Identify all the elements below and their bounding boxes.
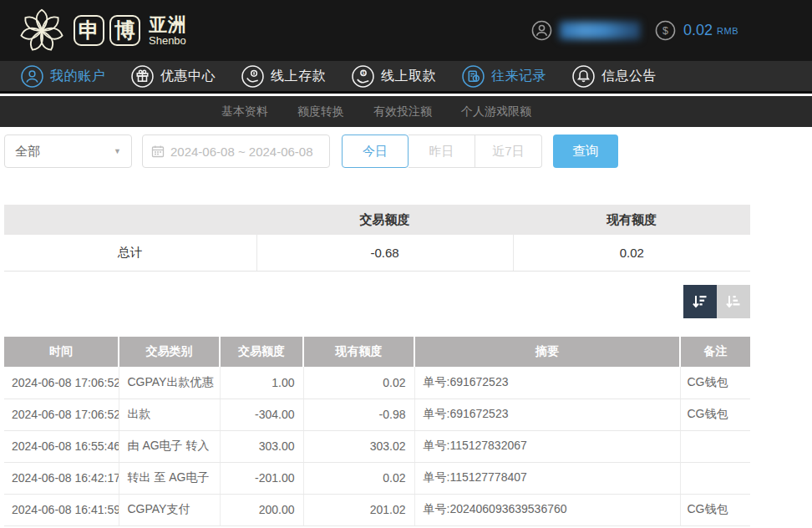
records-header-row: 时间 交易类别 交易额度 现有额度 摘要 备注 [4, 337, 750, 367]
calendar-icon [151, 145, 165, 158]
user-account-block[interactable] [531, 20, 640, 41]
table-row: 2024-06-08 16:41:59 CGPAY支付 200.00 201.0… [4, 494, 750, 525]
records-header-time: 时间 [4, 337, 119, 367]
cell-note: CG钱包 [680, 494, 750, 525]
range-button-last7days[interactable]: 近7日 [475, 135, 542, 168]
nav-label: 优惠中心 [160, 68, 216, 85]
type-select[interactable]: 全部 ▼ [4, 135, 132, 168]
cell-current-balance: 303.02 [303, 430, 414, 462]
logo-char-bo: 博 [109, 15, 140, 46]
summary-header-current-balance: 现有额度 [513, 205, 750, 235]
cell-transaction-amount: 303.00 [220, 430, 303, 462]
nav-label: 我的账户 [50, 68, 105, 85]
cell-type: CGPAY出款优惠 [119, 367, 220, 399]
records-header-note: 备注 [680, 337, 750, 367]
cell-current-balance: -0.98 [303, 399, 414, 430]
cell-type: 转出 至 AG电子 [119, 462, 220, 494]
cell-transaction-amount: -201.00 [220, 462, 303, 494]
cell-current-balance: 0.02 [303, 462, 414, 494]
cell-type: CGPAY支付 [119, 494, 220, 525]
filter-bar: 全部 ▼ 2024-06-08 ~ 2024-06-08 今日 昨日 近7日 查… [4, 135, 618, 168]
withdraw-icon: $ [352, 65, 374, 88]
sort-descending-button[interactable] [683, 285, 717, 318]
records-table: 时间 交易类别 交易额度 现有额度 摘要 备注 2024-06-08 17:06… [4, 337, 750, 526]
cell-summary: 单号:691672523 [414, 367, 680, 399]
summary-current-balance: 0.02 [513, 235, 750, 271]
cell-note: CG钱包 [680, 399, 750, 430]
summary-transaction-amount: -0.68 [256, 235, 513, 271]
query-button[interactable]: 查询 [553, 135, 618, 168]
nav-item-announcements[interactable]: 信息公告 [572, 65, 657, 88]
cell-summary: 单号:115127832067 [414, 430, 680, 462]
cell-summary: 单号:115127778407 [414, 462, 680, 494]
summary-header-row: 交易额度 现有额度 [4, 205, 750, 235]
date-range-input[interactable]: 2024-06-08 ~ 2024-06-08 [142, 135, 330, 168]
deposit-icon [241, 65, 264, 88]
cell-note: CG钱包 [680, 367, 750, 399]
flower-logo-icon [18, 8, 65, 54]
quick-range-group: 今日 昨日 近7日 [342, 135, 542, 168]
cell-note [680, 462, 750, 494]
svg-text:$: $ [363, 70, 365, 75]
range-button-today[interactable]: 今日 [342, 135, 409, 168]
page: 申 博 亚洲 Shenbo $ 0.02 RMB [0, 0, 812, 528]
nav-item-my-account[interactable]: 我的账户 [21, 65, 105, 88]
sort-controls [683, 285, 750, 318]
records-header-current-balance: 现有额度 [303, 337, 414, 367]
logo-region-en: Shenbo [149, 35, 187, 46]
cell-time: 2024-06-08 16:42:17 [4, 462, 119, 494]
nav-item-transaction-records[interactable]: 往来记录 [462, 65, 546, 88]
table-row: 2024-06-08 17:06:52 出款 -304.00 -0.98 单号:… [4, 399, 750, 430]
main-nav: 我的账户 优惠中心 线上存款 $ 线上取款 [0, 61, 812, 94]
cell-current-balance: 201.02 [303, 494, 414, 525]
summary-header-transaction-amount: 交易额度 [256, 205, 513, 235]
cell-transaction-amount: 200.00 [220, 494, 303, 525]
cell-type: 由 AG电子 转入 [119, 430, 220, 462]
type-select-value: 全部 [15, 144, 40, 160]
cell-transaction-amount: 1.00 [220, 367, 303, 399]
cell-time: 2024-06-08 17:06:52 [4, 399, 119, 430]
svg-text:$: $ [662, 25, 668, 37]
bell-icon [572, 65, 595, 88]
cell-time: 2024-06-08 16:55:46 [4, 430, 119, 462]
summary-total-label: 总计 [4, 235, 256, 271]
range-button-yesterday[interactable]: 昨日 [409, 135, 475, 168]
summary-total-row: 总计 -0.68 0.02 [4, 235, 750, 271]
subnav-item-game-limits[interactable]: 个人游戏限额 [461, 104, 531, 119]
nav-item-deposit[interactable]: 线上存款 [241, 65, 326, 88]
records-icon [462, 65, 485, 88]
username-redacted [560, 22, 640, 39]
user-icon [21, 65, 43, 88]
nav-label: 线上存款 [271, 68, 326, 85]
nav-item-promotions[interactable]: 优惠中心 [131, 65, 216, 88]
cell-transaction-amount: -304.00 [220, 399, 303, 430]
sort-descending-icon [691, 292, 709, 311]
brand-logo[interactable]: 申 博 亚洲 Shenbo [18, 8, 187, 54]
table-row: 2024-06-08 16:42:17 转出 至 AG电子 -201.00 0.… [4, 462, 750, 494]
subnav-item-credit-transfer[interactable]: 额度转换 [297, 104, 344, 119]
nav-item-withdraw[interactable]: $ 线上取款 [352, 65, 436, 88]
records-header-transaction-amount: 交易额度 [220, 337, 303, 367]
cell-summary: 单号:202406093639536760 [414, 494, 680, 525]
chevron-down-icon: ▼ [114, 147, 121, 155]
top-header: 申 博 亚洲 Shenbo $ 0.02 RMB [0, 0, 812, 61]
date-range-value: 2024-06-08 ~ 2024-06-08 [170, 145, 313, 159]
summary-table: 交易额度 现有额度 总计 -0.68 0.02 [4, 205, 750, 272]
dollar-icon: $ [655, 20, 676, 41]
subnav-item-basic-info[interactable]: 基本资料 [221, 104, 268, 119]
logo-region-cn: 亚洲 [149, 16, 187, 34]
cell-time: 2024-06-08 17:06:52 [4, 367, 119, 399]
cell-type: 出款 [119, 399, 220, 430]
cell-time: 2024-06-08 16:41:59 [4, 494, 119, 525]
cell-summary: 单号:691672523 [414, 399, 680, 430]
nav-label: 往来记录 [491, 68, 546, 85]
cell-current-balance: 0.02 [303, 367, 414, 399]
sort-ascending-button[interactable] [717, 285, 750, 318]
nav-label: 线上取款 [381, 68, 436, 85]
balance-block[interactable]: $ 0.02 RMB [655, 20, 738, 41]
balance-amount: 0.02 [683, 22, 713, 39]
logo-char-shen: 申 [74, 15, 104, 46]
subnav-item-valid-bets[interactable]: 有效投注额 [373, 104, 432, 119]
user-avatar-icon [531, 20, 552, 41]
sub-nav: 基本资料 额度转换 有效投注额 个人游戏限额 [0, 96, 812, 127]
